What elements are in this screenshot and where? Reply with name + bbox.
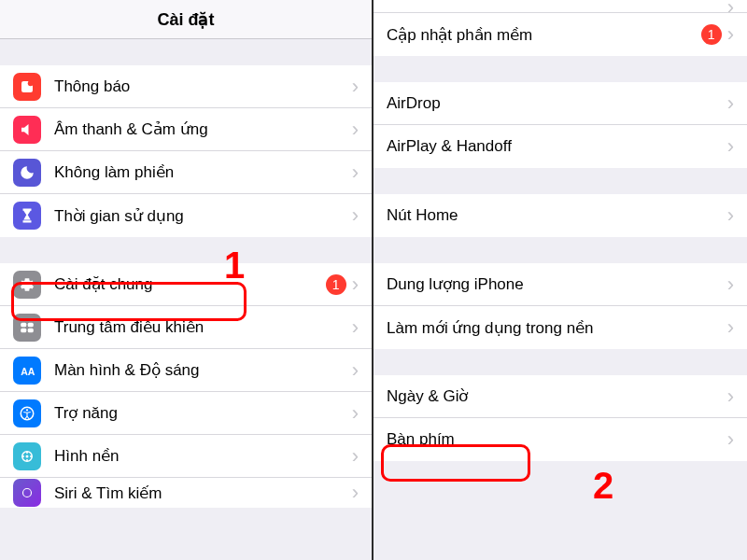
settings-root: Cài đặt Thông báo › Âm thanh & Cảm ứng ›: [0, 0, 374, 560]
notification-badge: 1: [701, 24, 722, 45]
accessibility-icon: [13, 399, 41, 427]
chevron-right-icon: ›: [727, 317, 734, 338]
screentime-icon: [13, 202, 41, 230]
svg-point-12: [23, 489, 32, 497]
section-gap: [0, 237, 372, 263]
svg-text:AA: AA: [21, 365, 35, 376]
settings-group: Ngày & Giờ › Bàn phím ›: [374, 375, 747, 461]
row-control-center[interactable]: Trung tâm điều khiển ›: [0, 306, 372, 349]
general-detail: › Cập nhật phần mềm 1 › AirDrop › AirPla…: [374, 0, 747, 560]
section-gap: [374, 237, 747, 263]
svg-rect-6: [28, 328, 34, 332]
section-gap: [0, 39, 372, 65]
gear-icon: [13, 271, 41, 299]
sounds-icon: [13, 116, 41, 144]
chevron-right-icon: ›: [352, 162, 359, 183]
chevron-right-icon: ›: [727, 205, 734, 226]
chevron-right-icon: ›: [352, 360, 359, 381]
chevron-right-icon: ›: [727, 386, 734, 407]
row-dnd[interactable]: Không làm phiền ›: [0, 151, 372, 194]
row-label: Thời gian sử dụng: [54, 206, 346, 226]
chevron-right-icon: ›: [727, 0, 734, 18]
chevron-right-icon: ›: [352, 205, 359, 226]
display-icon: AA: [13, 357, 41, 385]
svg-point-11: [26, 455, 29, 457]
page-title: Cài đặt: [0, 0, 372, 39]
row-airdrop[interactable]: AirDrop ›: [374, 82, 747, 125]
row-airplay[interactable]: AirPlay & Handoff ›: [374, 125, 747, 168]
row-label: AirPlay & Handoff: [387, 137, 722, 156]
row-label: Trung tâm điều khiển: [54, 317, 346, 337]
chevron-right-icon: ›: [352, 446, 359, 467]
control-center-icon: [13, 314, 41, 342]
annotation-number-2: 2: [593, 465, 613, 507]
row-display[interactable]: AA Màn hình & Độ sáng ›: [0, 349, 372, 392]
settings-group: Dung lượng iPhone › Làm mới ứng dụng tro…: [374, 263, 747, 349]
row-label: Nút Home: [387, 206, 722, 225]
svg-rect-4: [28, 322, 34, 327]
row-label: Không làm phiền: [54, 162, 346, 182]
settings-group: › Cập nhật phần mềm 1 ›: [374, 0, 747, 56]
row-label: Dung lượng iPhone: [387, 274, 722, 294]
row-software-update[interactable]: Cập nhật phần mềm 1 ›: [374, 13, 747, 56]
row-label: AirDrop: [387, 94, 722, 113]
row-screentime[interactable]: Thời gian sử dụng ›: [0, 194, 372, 237]
settings-group: Thông báo › Âm thanh & Cảm ứng › Không l…: [0, 65, 372, 237]
notification-badge: 1: [326, 274, 346, 295]
row-siri[interactable]: Siri & Tìm kiếm ›: [0, 478, 372, 508]
row-background-refresh[interactable]: Làm mới ứng dụng trong nền ›: [374, 306, 747, 349]
settings-group: Cài đặt chung 1 › Trung tâm điều khiển ›…: [0, 263, 372, 508]
chevron-right-icon: ›: [352, 119, 359, 140]
row-label: Làm mới ứng dụng trong nền: [387, 318, 722, 338]
row-date-time[interactable]: Ngày & Giờ ›: [374, 375, 747, 418]
svg-rect-3: [21, 322, 26, 327]
row-label: Hình nền: [54, 446, 346, 466]
row-label: Thông báo: [54, 77, 346, 96]
section-gap: [374, 168, 747, 194]
row-label: Màn hình & Độ sáng: [54, 360, 346, 380]
notifications-icon: [13, 73, 41, 101]
chevron-right-icon: ›: [352, 403, 359, 424]
row-label: Cài đặt chung: [54, 274, 326, 294]
row-label: Ngày & Giờ: [387, 386, 722, 406]
chevron-right-icon: ›: [352, 274, 359, 295]
section-gap: [374, 56, 747, 82]
row-label: Trợ năng: [54, 403, 346, 423]
chevron-right-icon: ›: [727, 429, 734, 450]
row-sounds[interactable]: Âm thanh & Cảm ứng ›: [0, 108, 372, 151]
chevron-right-icon: ›: [727, 274, 734, 295]
chevron-right-icon: ›: [727, 24, 734, 45]
row-label: Cập nhật phần mềm: [387, 25, 701, 45]
row-home-button[interactable]: Nút Home ›: [374, 194, 747, 237]
chevron-right-icon: ›: [727, 93, 734, 114]
row-label: Siri & Tìm kiếm: [54, 483, 346, 503]
row-partial[interactable]: ›: [374, 0, 747, 13]
wallpaper-icon: [13, 442, 41, 470]
chevron-right-icon: ›: [727, 136, 734, 157]
chevron-right-icon: ›: [352, 483, 359, 503]
svg-rect-5: [21, 328, 26, 332]
section-gap: [374, 349, 747, 375]
row-label: Bàn phím: [387, 430, 722, 449]
svg-point-1: [28, 80, 34, 86]
chevron-right-icon: ›: [352, 317, 359, 338]
row-wallpaper[interactable]: Hình nền ›: [0, 435, 372, 478]
row-general[interactable]: Cài đặt chung 1 ›: [0, 263, 372, 306]
row-label: Âm thanh & Cảm ứng: [54, 119, 346, 139]
chevron-right-icon: ›: [352, 77, 359, 97]
settings-group: Nút Home ›: [374, 194, 747, 237]
siri-icon: [13, 479, 41, 507]
svg-point-9: [26, 409, 28, 411]
row-iphone-storage[interactable]: Dung lượng iPhone ›: [374, 263, 747, 306]
row-notifications[interactable]: Thông báo ›: [0, 65, 372, 108]
dnd-icon: [13, 159, 41, 187]
row-keyboard[interactable]: Bàn phím ›: [374, 418, 747, 461]
settings-group: AirDrop › AirPlay & Handoff ›: [374, 82, 747, 168]
row-accessibility[interactable]: Trợ năng ›: [0, 392, 372, 435]
